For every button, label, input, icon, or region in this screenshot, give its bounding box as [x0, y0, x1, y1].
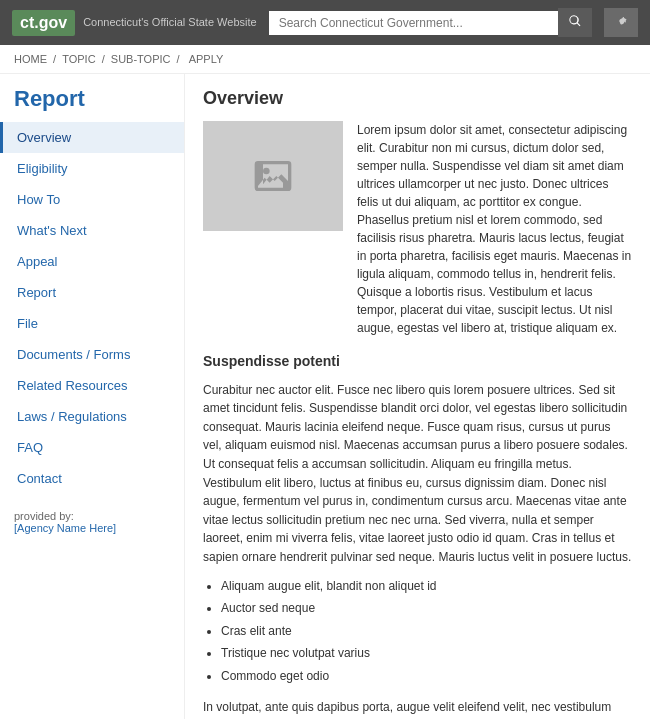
overview-top: Lorem ipsum dolor sit amet, consectetur … — [203, 121, 632, 337]
nav-item-related-resources[interactable]: Related Resources — [0, 370, 184, 401]
nav-item-report[interactable]: Report — [0, 277, 184, 308]
search-bar[interactable] — [269, 8, 592, 37]
breadcrumb-current: APPLY — [189, 53, 224, 65]
nav-item-laws-regulations[interactable]: Laws / Regulations — [0, 401, 184, 432]
sidebar-footer: provided by: [Agency Name Here] — [0, 494, 184, 550]
list-item: Auctor sed neque — [221, 599, 632, 618]
logo-subtext: Connecticut's Official State Website — [83, 15, 257, 29]
logo-box: ct.gov — [12, 10, 75, 36]
sidebar: Report Overview Eligibility How To What'… — [0, 74, 185, 719]
intro-paragraph: Lorem ipsum dolor sit amet, consectetur … — [357, 121, 632, 337]
provided-by-label: provided by: — [14, 510, 170, 522]
subheading: Suspendisse potenti — [203, 351, 632, 373]
nav-item-faq[interactable]: FAQ — [0, 432, 184, 463]
page-title: Report — [0, 74, 184, 122]
image-placeholder-icon — [253, 156, 293, 196]
site-header: ct.gov Connecticut's Official State Webs… — [0, 0, 650, 45]
list-item: Aliquam augue elit, blandit non aliquet … — [221, 577, 632, 596]
nav-item-file[interactable]: File — [0, 308, 184, 339]
main-content: Overview Lorem ipsum dolor sit amet, con… — [185, 74, 650, 719]
agency-name-link[interactable]: [Agency Name Here] — [14, 522, 170, 534]
body-paragraph-2: In volutpat, ante quis dapibus porta, au… — [203, 698, 632, 719]
content-list: Aliquam augue elit, blandit non aliquet … — [221, 577, 632, 686]
svg-point-0 — [263, 168, 270, 175]
nav-item-appeal[interactable]: Appeal — [0, 246, 184, 277]
nav-item-overview[interactable]: Overview — [0, 122, 184, 153]
search-input[interactable] — [269, 11, 558, 35]
nav-item-how-to[interactable]: How To — [0, 184, 184, 215]
search-button[interactable] — [558, 8, 592, 37]
breadcrumb-home[interactable]: HOME — [14, 53, 47, 65]
main-layout: Report Overview Eligibility How To What'… — [0, 74, 650, 719]
breadcrumb: HOME / TOPIC / SUB-TOPIC / APPLY — [0, 45, 650, 74]
breadcrumb-subtopic[interactable]: SUB-TOPIC — [111, 53, 171, 65]
settings-button[interactable] — [604, 8, 638, 37]
gear-icon — [614, 14, 628, 28]
breadcrumb-topic[interactable]: TOPIC — [62, 53, 95, 65]
nav-item-eligibility[interactable]: Eligibility — [0, 153, 184, 184]
overview-image — [203, 121, 343, 231]
body-paragraph-1: Curabitur nec auctor elit. Fusce nec lib… — [203, 381, 632, 567]
section-title: Overview — [203, 88, 632, 109]
search-icon — [568, 14, 582, 28]
header-logo: ct.gov Connecticut's Official State Webs… — [12, 10, 257, 36]
list-item: Commodo eget odio — [221, 667, 632, 686]
nav-item-documents-forms[interactable]: Documents / Forms — [0, 339, 184, 370]
nav-item-whats-next[interactable]: What's Next — [0, 215, 184, 246]
content-body: Suspendisse potenti Curabitur nec auctor… — [203, 351, 632, 719]
list-item: Cras elit ante — [221, 622, 632, 641]
list-item: Tristique nec volutpat varius — [221, 644, 632, 663]
nav-item-contact[interactable]: Contact — [0, 463, 184, 494]
